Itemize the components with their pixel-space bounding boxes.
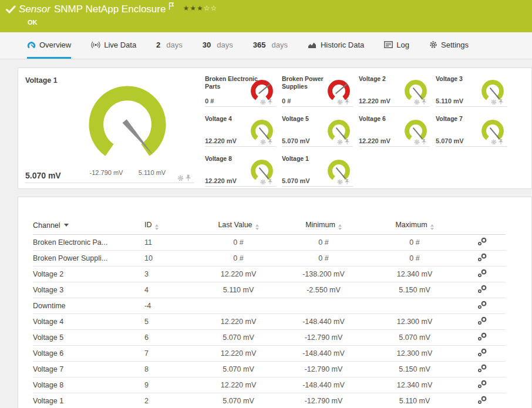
channel-settings-gears-icon[interactable] bbox=[477, 237, 487, 248]
gear-icon bbox=[429, 41, 437, 49]
table-row: Voltage 785.070 mV-12.790 mV5.150 mV bbox=[33, 361, 506, 377]
channel-name[interactable]: Voltage 2 bbox=[33, 266, 144, 282]
column-header-actions bbox=[459, 217, 506, 234]
tab-live-data[interactable]: Live Data bbox=[91, 32, 136, 59]
channel-name[interactable]: Voltage 6 bbox=[33, 345, 144, 361]
tab-2-days[interactable]: 2days bbox=[156, 32, 183, 59]
gauge-gear-icon[interactable] bbox=[414, 99, 420, 105]
channel-settings-gears-icon[interactable] bbox=[477, 332, 487, 343]
gauge-pin-icon[interactable] bbox=[422, 139, 426, 145]
gauge-pin-icon[interactable] bbox=[268, 178, 272, 185]
tab-overview[interactable]: Overview bbox=[27, 32, 71, 59]
column-header-channel[interactable]: Channel bbox=[33, 217, 144, 234]
gauge-pin-icon[interactable] bbox=[499, 99, 503, 105]
gauge-gear-icon[interactable] bbox=[337, 139, 343, 145]
column-header-minimum[interactable]: Minimum bbox=[277, 217, 371, 234]
gauge-cell: Voltage 2 12.220 mV bbox=[359, 74, 430, 107]
channel-table: Channel ID Last Value Minimum Maximum Br… bbox=[33, 217, 506, 408]
table-row: Voltage 6712.220 mV-148.440 mV12.300 mV bbox=[33, 345, 506, 361]
channel-name[interactable]: Downtime bbox=[33, 298, 144, 313]
gauge-gear-icon[interactable] bbox=[414, 139, 420, 145]
gauge-pin-icon[interactable] bbox=[345, 99, 349, 105]
channel-name[interactable]: Voltage 4 bbox=[33, 313, 144, 329]
sort-icon bbox=[338, 224, 342, 230]
channel-name[interactable]: Voltage 5 bbox=[33, 329, 144, 345]
column-header-last-value[interactable]: Last Value bbox=[200, 217, 277, 234]
sort-icon bbox=[430, 224, 434, 230]
channel-settings-gears-icon[interactable] bbox=[477, 269, 487, 279]
table-row: Voltage 565.070 mV-12.790 mV5.070 mV bbox=[33, 329, 506, 345]
sort-desc-icon bbox=[64, 224, 69, 227]
gauge-cell: Voltage 1 5.070 mV bbox=[282, 154, 353, 187]
gauge-pin-icon[interactable] bbox=[499, 139, 503, 145]
flag-icon[interactable] bbox=[169, 2, 174, 10]
gauge-cell: Voltage 7 5.070 mV bbox=[436, 114, 507, 147]
gauge-cell: Broken Power Supplies 0 # bbox=[282, 74, 353, 107]
table-row: Broken Electronic Pa...110 #0 #0 # bbox=[33, 234, 506, 250]
gauge-gear-icon[interactable] bbox=[337, 179, 343, 185]
gauge-cell: Broken Electronic Parts 0 # bbox=[205, 74, 276, 107]
gauge-gear-icon[interactable] bbox=[491, 139, 497, 145]
channel-settings-gears-icon[interactable] bbox=[477, 380, 487, 390]
channel-name[interactable]: Voltage 8 bbox=[33, 377, 144, 393]
log-icon bbox=[384, 41, 393, 48]
gauge-gear-icon[interactable] bbox=[177, 175, 184, 181]
gauge-pin-icon[interactable] bbox=[345, 139, 349, 145]
column-header-maximum[interactable]: Maximum bbox=[371, 217, 459, 234]
table-row: Voltage 4512.220 mV-148.440 mV12.300 mV bbox=[33, 313, 506, 329]
star-filled-icon[interactable]: ★ bbox=[190, 4, 197, 12]
table-row: Broken Power Suppli...100 #0 #0 # bbox=[33, 250, 506, 266]
channel-settings-gears-icon[interactable] bbox=[477, 301, 487, 311]
channel-settings-gears-icon[interactable] bbox=[477, 316, 487, 327]
channel-settings-gears-icon[interactable] bbox=[477, 364, 487, 375]
star-filled-icon[interactable]: ★ bbox=[183, 4, 190, 12]
star-filled-icon[interactable]: ★ bbox=[197, 4, 204, 12]
main-gauge-max-label: 5.110 mV bbox=[130, 169, 174, 176]
historic-chart-icon bbox=[308, 41, 317, 49]
status-badge: OK bbox=[28, 19, 38, 26]
gauge-gear-icon[interactable] bbox=[260, 179, 266, 185]
tab-historic-data[interactable]: Historic Data bbox=[308, 32, 364, 59]
channel-name[interactable]: Voltage 3 bbox=[33, 282, 144, 298]
tab-log[interactable]: Log bbox=[384, 32, 409, 59]
channel-name[interactable]: Broken Electronic Pa... bbox=[33, 234, 144, 250]
channel-name[interactable]: Voltage 7 bbox=[33, 361, 144, 377]
sort-icon bbox=[255, 224, 259, 230]
tab-bar: Overview Live Data 2days 30days 365days … bbox=[0, 32, 532, 59]
star-empty-icon[interactable]: ☆ bbox=[204, 4, 211, 12]
tab-30-days[interactable]: 30days bbox=[203, 32, 233, 59]
gauge-cell: Voltage 3 5.110 mV bbox=[436, 74, 507, 107]
channel-settings-gears-icon[interactable] bbox=[477, 396, 487, 406]
gauge-pin-icon[interactable] bbox=[268, 99, 272, 105]
priority-stars[interactable]: ★★★☆☆ bbox=[183, 4, 217, 12]
gauge-pin-icon[interactable] bbox=[186, 174, 191, 181]
gauges-panel: Voltage 1 5.070 mV -12.790 mV 5.110 mV B… bbox=[18, 68, 532, 189]
main-gauge-value: 5.070 mV bbox=[25, 171, 61, 180]
status-check-icon bbox=[6, 5, 16, 16]
gauge-gear-icon[interactable] bbox=[260, 139, 266, 145]
channel-name[interactable]: Broken Power Suppli... bbox=[33, 250, 144, 266]
gauge-gear-icon[interactable] bbox=[260, 99, 266, 105]
small-gauges-grid: Broken Electronic Parts 0 # Broken Power… bbox=[205, 74, 507, 188]
main-gauge-dial bbox=[83, 80, 172, 169]
channel-settings-gears-icon[interactable] bbox=[477, 285, 487, 295]
gauge-pin-icon[interactable] bbox=[345, 178, 349, 185]
gauge-gear-icon[interactable] bbox=[337, 99, 343, 105]
channel-settings-gears-icon[interactable] bbox=[477, 253, 487, 264]
gauge-pin-icon[interactable] bbox=[268, 139, 272, 145]
star-empty-icon[interactable]: ☆ bbox=[211, 4, 218, 12]
channel-settings-gears-icon[interactable] bbox=[477, 348, 487, 359]
table-row: Voltage 125.070 mV-12.790 mV5.110 mV bbox=[33, 393, 506, 408]
gauge-gear-icon[interactable] bbox=[491, 99, 497, 105]
sort-icon bbox=[155, 224, 159, 230]
object-kind-label: Sensor bbox=[19, 4, 50, 15]
channel-name[interactable]: Voltage 1 bbox=[33, 393, 144, 408]
gauge-cell: Voltage 6 12.220 mV bbox=[359, 114, 430, 147]
gauge-cell: Voltage 4 12.220 mV bbox=[205, 114, 276, 147]
tab-settings[interactable]: Settings bbox=[429, 32, 469, 59]
tab-365-days[interactable]: 365days bbox=[253, 32, 288, 59]
table-row: Voltage 2312.220 mV-138.200 mV12.340 mV bbox=[33, 266, 506, 282]
column-header-id[interactable]: ID bbox=[144, 217, 200, 234]
channel-table-panel: Channel ID Last Value Minimum Maximum Br… bbox=[18, 197, 532, 408]
gauge-pin-icon[interactable] bbox=[422, 99, 426, 105]
